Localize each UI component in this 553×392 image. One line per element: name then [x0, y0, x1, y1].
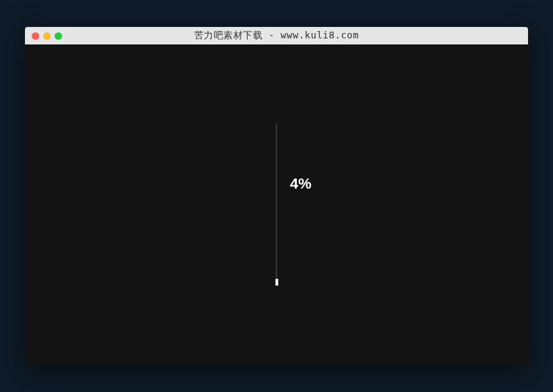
titlebar: 苦力吧素材下载 - www.kuli8.com	[25, 27, 528, 44]
minimize-icon[interactable]	[43, 32, 51, 40]
progress-percent-label: 4%	[290, 175, 312, 193]
traffic-lights	[32, 32, 62, 40]
maximize-icon[interactable]	[55, 32, 62, 40]
progress-track	[276, 124, 277, 286]
content-area: 4%	[25, 44, 528, 365]
progress-fill	[275, 279, 278, 286]
app-window: 苦力吧素材下载 - www.kuli8.com 4%	[25, 27, 528, 365]
close-icon[interactable]	[32, 32, 39, 40]
loader: 4%	[25, 44, 528, 365]
window-title: 苦力吧素材下载 - www.kuli8.com	[25, 30, 528, 42]
